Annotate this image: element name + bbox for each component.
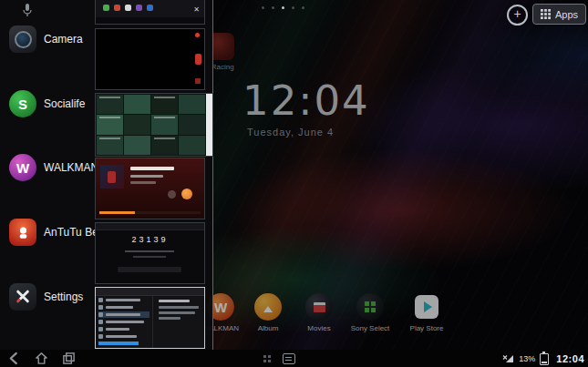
mic-icon[interactable]: [22, 3, 33, 21]
settings-list-pane: [96, 296, 153, 348]
socialife-tile: [124, 136, 150, 155]
text-line: [125, 250, 174, 252]
recent-app-walkman[interactable]: W WALKMAN: [0, 154, 94, 183]
settings-titlebar: [96, 288, 204, 296]
page-indicator: [262, 6, 304, 9]
mini-app-icon: [103, 5, 109, 11]
album-art: [100, 165, 124, 189]
home-button[interactable]: [35, 352, 48, 367]
socialife-tile: [124, 95, 150, 114]
settings-row: [98, 326, 150, 332]
button-bar: [118, 267, 181, 272]
recent-app-settings[interactable]: Settings: [0, 283, 94, 312]
settings-row: [98, 297, 150, 303]
status-time: 12:04: [556, 353, 584, 364]
text-line: [159, 311, 195, 314]
recent-apps-panel: Camera S Socialife W WALKMAN AnTuTu Ben …: [0, 0, 213, 350]
text-line: [159, 317, 181, 320]
mini-app-icon: [125, 5, 131, 11]
settings-row: [98, 319, 150, 325]
page-dot[interactable]: [302, 6, 304, 9]
thumbnail-camera[interactable]: [95, 28, 205, 90]
thumbnail-socialife[interactable]: [95, 93, 213, 157]
walkman-icon: W: [9, 154, 36, 181]
socialife-tile: [151, 95, 178, 114]
settings-progress-bar: [98, 342, 139, 345]
page-dot-active[interactable]: [282, 6, 284, 9]
recent-app-camera[interactable]: Camera: [0, 25, 94, 55]
no-signal-icon: [502, 353, 514, 364]
antutu-score: 23139: [96, 235, 204, 244]
antutu-icon: [9, 219, 36, 246]
settings-detail-pane: [153, 296, 204, 348]
socialife-tile: [151, 115, 178, 134]
settings-row: [98, 311, 150, 318]
socialife-icon: S: [9, 90, 36, 117]
screen: 12:04 Tuesday, June 4 t Racing W WALKMAN…: [0, 0, 588, 367]
recent-app-label: Socialife: [44, 97, 85, 110]
socialife-tile: [97, 115, 123, 134]
recent-app-label: Camera: [44, 33, 83, 46]
walkman-letter: W: [16, 160, 29, 176]
text-line: [133, 256, 166, 258]
apps-button-label: Apps: [555, 9, 578, 20]
settings-row: [98, 304, 150, 311]
socialife-tile: [97, 95, 123, 114]
recent-app-label: WALKMAN: [44, 161, 98, 174]
text-line: [159, 300, 190, 302]
record-icon: [195, 33, 200, 37]
back-button[interactable]: [7, 352, 21, 367]
thumbnail-partial[interactable]: ✕: [95, 0, 205, 25]
close-icon: ✕: [193, 6, 200, 14]
battery-icon: [540, 353, 549, 365]
recent-app-antutu[interactable]: AnTuTu Ben: [0, 219, 94, 248]
socialife-letter: S: [18, 97, 27, 112]
add-small-app-button[interactable]: +: [507, 5, 528, 25]
play-button-icon: [181, 189, 192, 199]
track-album-line: [130, 181, 156, 184]
mini-app-icon: [136, 5, 142, 11]
progress-bar: [99, 211, 201, 214]
apps-button[interactable]: Apps: [532, 4, 586, 25]
thumbnail-walkman[interactable]: [95, 158, 205, 219]
page-dot[interactable]: [292, 6, 294, 9]
socialife-tile: [179, 115, 205, 134]
page-dot[interactable]: [262, 6, 264, 9]
track-title-line: [130, 167, 174, 170]
camera-control-icon: [195, 78, 201, 84]
status-area[interactable]: 13% 12:04: [502, 350, 584, 367]
page-dot[interactable]: [272, 6, 274, 9]
mini-app-icon: [147, 5, 153, 11]
socialife-tile: [179, 136, 205, 155]
track-artist-line: [130, 175, 163, 178]
thumbnail-settings[interactable]: [95, 287, 205, 349]
settings-row: [98, 333, 150, 340]
text-line: [159, 306, 199, 309]
socialife-tile: [97, 136, 123, 155]
robot-glyph: [15, 225, 31, 240]
recents-button[interactable]: [62, 352, 76, 367]
recent-app-label: Settings: [44, 291, 83, 303]
recent-app-socialife[interactable]: S Socialife: [0, 90, 94, 119]
antutu-titlebar: [96, 223, 204, 230]
scroll-strip: [206, 94, 212, 156]
small-apps-grid-icon[interactable]: [263, 355, 266, 358]
grid-icon: [541, 9, 551, 19]
socialife-tile: [151, 136, 178, 155]
prev-button-icon: [168, 190, 176, 199]
clip-icon[interactable]: [283, 353, 295, 364]
camera-icon: [9, 25, 36, 53]
shutter-icon: [195, 54, 201, 65]
mini-app-icon: [114, 5, 120, 11]
thumbnail-antutu[interactable]: 23139: [95, 222, 205, 284]
socialife-tile: [124, 115, 150, 134]
battery-percent: 13%: [519, 354, 535, 363]
socialife-tile: [179, 95, 205, 114]
settings-icon: [9, 283, 36, 311]
navigation-bar: 13% 12:04: [0, 350, 588, 367]
